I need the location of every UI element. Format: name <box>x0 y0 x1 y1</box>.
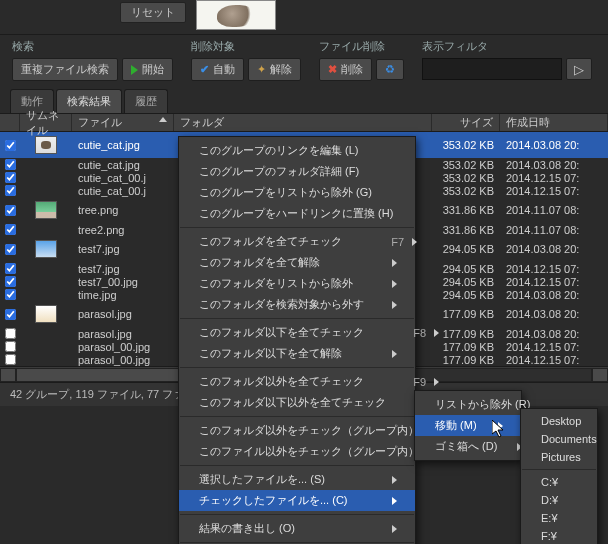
row-checkbox[interactable] <box>5 140 16 151</box>
menu-item-label: チェックしたファイルを... (C) <box>199 493 348 508</box>
menu-item[interactable]: Desktop <box>521 412 597 430</box>
row-checkbox[interactable] <box>5 205 16 216</box>
menu-item[interactable]: Pictures <box>521 448 597 466</box>
menu-item[interactable]: 結果の書き出し (O) <box>179 518 415 539</box>
col-thumbnail[interactable]: サムネイル <box>20 114 72 131</box>
menu-item[interactable]: このファイル以外をチェック（グループ内）F12 <box>179 441 415 462</box>
row-date: 2014.03.08 20: <box>500 139 608 151</box>
menu-item[interactable]: Documents <box>521 430 597 448</box>
menu-item[interactable]: このフォルダをリストから除外 <box>179 273 415 294</box>
col-file-label: ファイル <box>78 115 122 130</box>
row-date: 2014.12.15 07: <box>500 354 608 366</box>
tabs: 動作 検索結果 履歴 <box>0 89 608 114</box>
tab-results[interactable]: 検索結果 <box>56 89 122 113</box>
col-file[interactable]: ファイル <box>72 114 174 131</box>
row-checkbox[interactable] <box>5 244 16 255</box>
col-folder[interactable]: フォルダ <box>174 114 432 131</box>
submenu-arrow-icon <box>412 238 417 246</box>
row-filename: parasol.jpg <box>72 328 174 340</box>
row-size: 177.09 KB <box>432 308 500 320</box>
row-filename: test7.jpg <box>72 243 174 255</box>
scroll-left-icon[interactable] <box>0 368 16 382</box>
menu-item[interactable]: リストから除外 (R) <box>415 394 521 415</box>
context-menu-main[interactable]: このグループのリンクを編集 (L)このグループのフォルダ詳細 (F)このグループ… <box>178 136 416 544</box>
row-filename: cutie_cat.jpg <box>72 139 174 151</box>
submenu-arrow-icon <box>392 280 397 288</box>
submenu-arrow-icon <box>392 259 397 267</box>
menu-item[interactable]: このグループのリンクを編集 (L) <box>179 140 415 161</box>
row-checkbox[interactable] <box>5 263 16 274</box>
menu-item[interactable]: C:¥ <box>521 473 597 491</box>
menu-item[interactable]: このフォルダ以外をチェック（グループ内）F11 <box>179 420 415 441</box>
menu-item-label: このフォルダをリストから除外 <box>199 276 353 291</box>
menu-item[interactable]: このフォルダ以下を全て解除 <box>179 343 415 364</box>
menu-item[interactable]: このグループをハードリンクに置換 (H) <box>179 203 415 224</box>
menu-item[interactable]: 移動 (M) <box>415 415 521 436</box>
menu-item[interactable]: このグループのフォルダ詳細 (F) <box>179 161 415 182</box>
row-size: 177.09 KB <box>432 354 500 366</box>
menu-item[interactable]: E:¥ <box>521 509 597 527</box>
row-checkbox[interactable] <box>5 354 16 365</box>
row-checkbox[interactable] <box>5 276 16 287</box>
filter-label: 表示フィルタ <box>422 39 602 54</box>
row-date: 2014.03.08 20: <box>500 289 608 301</box>
row-date: 2014.12.15 07: <box>500 185 608 197</box>
row-checkbox[interactable] <box>5 328 16 339</box>
row-thumbnail <box>35 136 57 154</box>
menu-item[interactable]: ゴミ箱へ (D) <box>415 436 521 457</box>
row-filename: cutie_cat_00.j <box>72 172 174 184</box>
menu-item-label: ゴミ箱へ (D) <box>435 439 497 454</box>
dup-search-button[interactable]: 重複ファイル検索 <box>12 58 118 81</box>
col-size[interactable]: サイズ <box>432 114 500 131</box>
row-size: 294.05 KB <box>432 243 500 255</box>
row-checkbox[interactable] <box>5 341 16 352</box>
menu-item[interactable]: このフォルダ以下以外を全てチェックF10 <box>179 392 415 413</box>
menu-item[interactable]: 選択したファイルを... (S) <box>179 469 415 490</box>
del-target-label: 削除対象 <box>191 39 301 54</box>
menu-item[interactable]: チェックしたファイルを... (C) <box>179 490 415 511</box>
row-checkbox[interactable] <box>5 185 16 196</box>
menu-item[interactable]: このフォルダを検索対象から外す <box>179 294 415 315</box>
menu-item-label: このフォルダ以下以外を全てチェック <box>199 395 386 410</box>
toolbar: 検索 重複ファイル検索 開始 削除対象 ✔ 自動 ✦ 解除 ファイル削除 ✖ <box>0 34 608 83</box>
row-size: 353.02 KB <box>432 185 500 197</box>
menu-shortcut: F8 <box>384 327 426 339</box>
context-menu-checked-files[interactable]: リストから除外 (R)移動 (M)ゴミ箱へ (D) <box>414 390 522 461</box>
submenu-arrow-icon <box>498 422 503 430</box>
filter-input[interactable] <box>422 58 562 80</box>
col-date[interactable]: 作成日時 <box>500 114 608 131</box>
filter-go-button[interactable]: ▷ <box>566 58 592 80</box>
start-button[interactable]: 開始 <box>122 58 173 81</box>
menu-item[interactable]: このフォルダ以外を全てチェックF9 <box>179 371 415 392</box>
row-size: 177.09 KB <box>432 341 500 353</box>
row-date: 2014.11.07 08: <box>500 224 608 236</box>
menu-item[interactable]: D:¥ <box>521 491 597 509</box>
wand-icon: ✦ <box>257 63 266 76</box>
submenu-arrow-icon <box>392 301 397 309</box>
auto-button[interactable]: ✔ 自動 <box>191 58 244 81</box>
scroll-right-icon[interactable] <box>592 368 608 382</box>
reset-button[interactable]: リセット <box>120 2 186 23</box>
sort-asc-icon <box>159 117 167 122</box>
menu-item[interactable]: このフォルダ以下を全てチェックF8 <box>179 322 415 343</box>
context-menu-move-target[interactable]: DesktopDocumentsPicturesC:¥D:¥E:¥F:¥ <box>520 408 598 544</box>
delete-button[interactable]: ✖ 削除 <box>319 58 372 81</box>
menu-shortcut: F9 <box>384 376 426 388</box>
row-checkbox[interactable] <box>5 172 16 183</box>
menu-item[interactable]: このフォルダを全てチェックF7 <box>179 231 415 252</box>
row-checkbox[interactable] <box>5 309 16 320</box>
menu-item[interactable]: このグループをリストから除外 (G) <box>179 182 415 203</box>
row-checkbox[interactable] <box>5 224 16 235</box>
start-label: 開始 <box>142 62 164 77</box>
submenu-arrow-icon <box>434 378 439 386</box>
menu-item-label: C:¥ <box>541 476 558 488</box>
recycle-button[interactable]: ♻ <box>376 59 404 80</box>
row-checkbox[interactable] <box>5 289 16 300</box>
clear-button[interactable]: ✦ 解除 <box>248 58 301 81</box>
menu-item-label: このグループのフォルダ詳細 (F) <box>199 164 359 179</box>
submenu-arrow-icon <box>392 350 397 358</box>
tab-history[interactable]: 履歴 <box>124 89 168 113</box>
row-checkbox[interactable] <box>5 159 16 170</box>
menu-item[interactable]: このフォルダを全て解除 <box>179 252 415 273</box>
menu-item[interactable]: F:¥ <box>521 527 597 544</box>
